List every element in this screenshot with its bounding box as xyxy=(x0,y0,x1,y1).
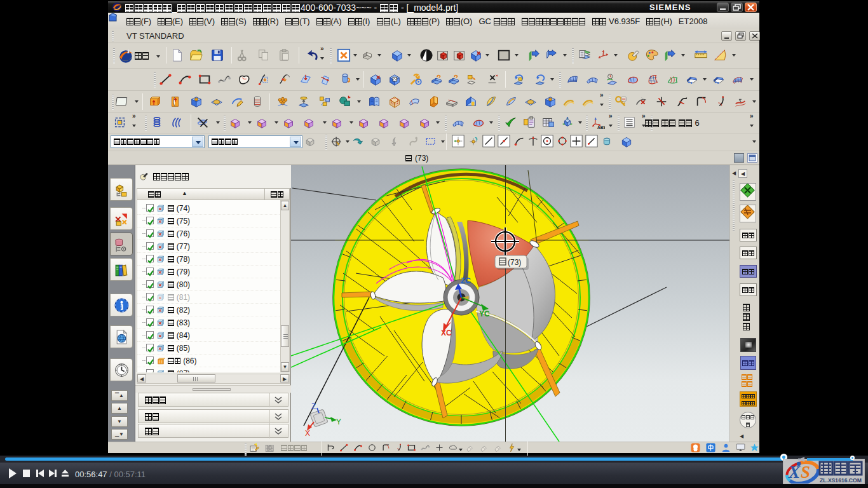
svg-text:X: X xyxy=(305,429,310,438)
svg-text:X: X xyxy=(788,463,801,482)
svg-text:YC: YC xyxy=(479,309,490,318)
svg-text:ZC: ZC xyxy=(461,276,471,285)
svg-text:(73): (73) xyxy=(508,258,521,267)
svg-text:Z: Z xyxy=(311,402,316,411)
svg-text:S: S xyxy=(801,463,810,482)
svg-text:ABS: ABS xyxy=(597,125,605,130)
svg-text:ZL.XS1616.COM: ZL.XS1616.COM xyxy=(820,477,862,484)
svg-text:Y: Y xyxy=(336,417,341,426)
svg-text:XC: XC xyxy=(441,329,452,337)
